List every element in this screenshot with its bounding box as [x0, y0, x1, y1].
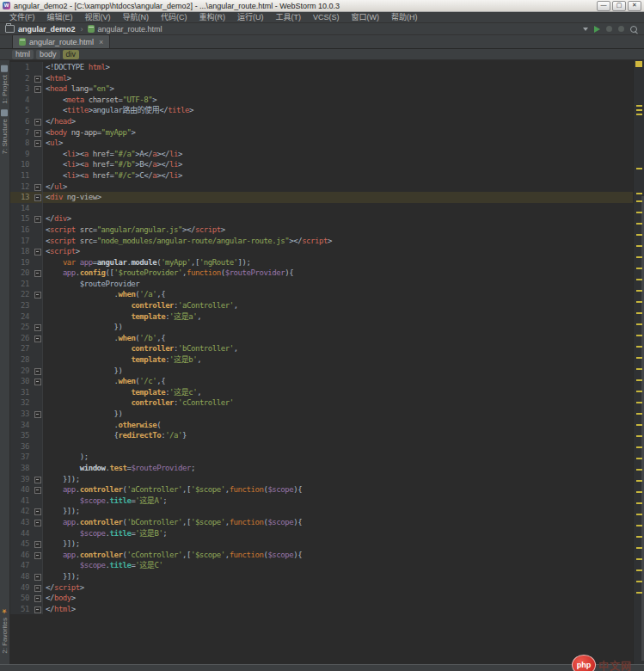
line-number[interactable]: 8 [10, 138, 33, 149]
tool-window-button-structure[interactable]: 7: Structure [1, 109, 9, 154]
code-line[interactable]: 26.when('/b',{ [10, 333, 634, 344]
warning-tick[interactable] [636, 114, 642, 115]
breadcrumb-div[interactable]: div [63, 50, 80, 59]
warning-tick[interactable] [636, 446, 642, 448]
warning-tick[interactable] [636, 279, 642, 280]
code-line[interactable]: 16<script src="angular/angular.js"></scr… [10, 225, 634, 236]
code-line[interactable]: 29}) [10, 366, 634, 377]
run-config-dropdown-icon[interactable] [583, 28, 588, 31]
line-number[interactable]: 7 [10, 127, 33, 139]
fold-gutter[interactable] [33, 83, 43, 95]
warning-tick[interactable] [636, 558, 642, 560]
code-line[interactable]: 28template:'这是b', [10, 354, 634, 366]
breadcrumb-body[interactable]: body [36, 50, 60, 59]
line-number[interactable]: 1 [10, 62, 33, 73]
fold-collapse-icon[interactable] [34, 552, 41, 559]
code-line[interactable]: 6</head> [10, 116, 634, 127]
warning-tick[interactable] [636, 413, 642, 415]
warning-tick[interactable] [636, 256, 642, 258]
code-line[interactable]: 17<script src="node_modules/angular-rout… [10, 236, 634, 247]
fold-gutter[interactable] [33, 127, 43, 139]
line-number[interactable]: 34 [10, 420, 33, 431]
tab-close-icon[interactable]: × [99, 38, 103, 46]
code-line[interactable]: 13<div ng-view> [10, 192, 634, 203]
line-number[interactable]: 15 [10, 213, 33, 225]
fold-gutter[interactable] [33, 517, 43, 528]
breadcrumb-html[interactable]: html [12, 50, 34, 59]
line-number[interactable]: 39 [10, 474, 33, 485]
code-line[interactable]: 9<li><a href="#/a">A</a></li> [10, 149, 634, 160]
code-line[interactable]: 12</ul> [10, 182, 634, 193]
line-number[interactable]: 26 [10, 333, 33, 344]
code-line[interactable]: 21$routeProvider [10, 279, 634, 290]
line-number[interactable]: 40 [10, 484, 33, 496]
fold-gutter[interactable] [33, 582, 43, 594]
code-line[interactable]: 20app.config(['$routeProvider',function(… [10, 268, 634, 279]
fold-collapse-icon[interactable] [34, 76, 41, 83]
line-number[interactable]: 50 [10, 593, 33, 604]
menu-code[interactable]: 代码(C) [155, 12, 193, 23]
fold-gutter[interactable] [33, 289, 43, 300]
warning-tick[interactable] [636, 368, 642, 370]
line-number[interactable]: 21 [10, 279, 33, 290]
line-number[interactable]: 36 [10, 441, 33, 452]
code-line[interactable]: 25}) [10, 322, 634, 333]
warning-tick[interactable] [636, 569, 642, 571]
line-number[interactable]: 19 [10, 257, 33, 268]
code-line[interactable]: 32controller:'cController' [10, 397, 634, 409]
menu-run[interactable]: 运行(U) [231, 12, 270, 23]
fold-end-icon[interactable] [34, 119, 41, 126]
fold-gutter[interactable] [33, 571, 43, 582]
warning-tick[interactable] [636, 514, 642, 515]
code-line[interactable]: 38window.test=$routeProvider; [10, 463, 634, 474]
code-line[interactable]: 44$scope.title='这是B'; [10, 528, 634, 539]
fold-end-icon[interactable] [34, 585, 41, 592]
fold-gutter[interactable] [33, 182, 43, 193]
line-number[interactable]: 30 [10, 376, 33, 387]
line-number[interactable]: 4 [10, 95, 33, 106]
fold-collapse-icon[interactable] [34, 140, 41, 147]
code-line[interactable]: 41$scope.title='这是A'; [10, 496, 634, 507]
line-number[interactable]: 13 [10, 192, 33, 203]
code-line[interactable]: 3<head lang="en"> [10, 83, 634, 95]
code-line[interactable]: 5<title>angular路由的使用</title> [10, 105, 634, 116]
fold-gutter[interactable] [33, 506, 43, 517]
menu-tools[interactable]: 工具(T) [270, 12, 308, 23]
warning-tick[interactable] [636, 335, 642, 336]
code-line[interactable]: 46app.controller('cController',['$scope'… [10, 550, 634, 561]
line-number[interactable]: 3 [10, 83, 33, 95]
fold-collapse-icon[interactable] [34, 487, 41, 494]
warning-tick[interactable] [636, 480, 642, 482]
line-number[interactable]: 24 [10, 311, 33, 323]
code-line[interactable]: 14 [10, 203, 634, 214]
warning-tick[interactable] [636, 402, 642, 403]
code-line[interactable]: 43app.controller('bController',['$scope'… [10, 517, 634, 528]
warning-tick[interactable] [636, 105, 642, 107]
fold-gutter[interactable] [33, 138, 43, 149]
code-line[interactable]: 11<li><a href="#/c">C</a></li> [10, 170, 634, 182]
warning-tick[interactable] [636, 536, 642, 538]
code-line[interactable]: 47$scope.title='这是C' [10, 560, 634, 571]
warning-tick[interactable] [636, 312, 642, 314]
warning-tick[interactable] [636, 346, 642, 348]
fold-end-icon[interactable] [34, 324, 41, 331]
code-line[interactable]: 23controller:'aController', [10, 300, 634, 311]
fold-gutter[interactable] [33, 550, 43, 561]
fold-collapse-icon[interactable] [34, 336, 41, 342]
warning-tick[interactable] [636, 200, 642, 202]
code-line[interactable]: 2<html> [10, 73, 634, 84]
code-line[interactable]: 39}]); [10, 474, 634, 485]
line-number[interactable]: 42 [10, 506, 33, 517]
warning-tick[interactable] [636, 212, 642, 213]
fold-gutter[interactable] [33, 116, 43, 127]
warning-tick[interactable] [636, 491, 642, 493]
warning-tick[interactable] [636, 581, 642, 582]
fold-end-icon[interactable] [34, 606, 41, 613]
fold-gutter[interactable] [33, 376, 43, 387]
warning-tick[interactable] [636, 458, 642, 459]
code-line[interactable]: 42}]); [10, 506, 634, 517]
warning-tick[interactable] [636, 379, 642, 381]
fold-collapse-icon[interactable] [34, 270, 41, 277]
warning-tick[interactable] [636, 547, 642, 549]
code-editor[interactable]: 1<!DOCTYPE html>2<html>3<head lang="en">… [10, 60, 644, 664]
